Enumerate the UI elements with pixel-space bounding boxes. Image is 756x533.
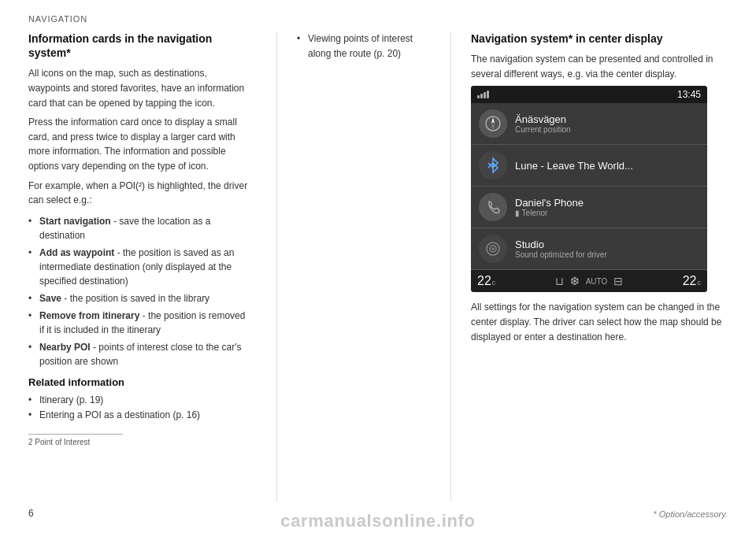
- bullet-bold: Remove from itinerary: [39, 310, 139, 321]
- temp-right-number: 22: [683, 274, 697, 288]
- item-1-title: Änäsvägen: [515, 113, 699, 125]
- phone-icon: [479, 193, 507, 221]
- related-item: Entering a POI as a destination (p. 16): [28, 408, 249, 423]
- defrost-icon: ⊟: [613, 275, 623, 287]
- item-3-text: Daniel's Phone ▮ Telenor: [515, 197, 699, 217]
- item-2-title: Lune - Leave The World...: [515, 160, 699, 172]
- display-header: 13:45: [471, 86, 707, 103]
- left-para1: All icons on the map, such as destinatio…: [28, 66, 249, 110]
- signal-bar-3: [484, 92, 486, 98]
- bullet-text: - the position is saved in the library: [61, 293, 209, 304]
- compass-icon: [479, 109, 507, 138]
- signal-bar-4: [487, 91, 489, 98]
- time-display: 13:45: [677, 89, 701, 100]
- signal-bar-2: [480, 94, 483, 98]
- list-item: Nearby POI - points of interest close to…: [28, 340, 249, 368]
- ac-icon: AUTO: [586, 277, 608, 286]
- item-4-title: Studio: [515, 239, 699, 250]
- list-item: Save - the position is saved in the libr…: [28, 291, 249, 305]
- item-2-text: Lune - Leave The World...: [515, 160, 699, 172]
- display-footer: 22 c ⊔ ❆ AUTO ⊟ 22 c: [471, 270, 707, 292]
- right-para1: The navigation system can be presented a…: [471, 52, 728, 81]
- fan-icon: ❆: [570, 275, 580, 287]
- right-column: Navigation system* in center display The…: [471, 31, 728, 502]
- footnote-number: 2: [28, 438, 33, 446]
- list-item: Start navigation - save the location as …: [28, 214, 249, 242]
- feature-list: Start navigation - save the location as …: [28, 214, 249, 368]
- item-3-subtitle: ▮ Telenor: [515, 209, 699, 217]
- temp-left-number: 22: [477, 274, 491, 288]
- bluetooth-icon: [479, 151, 507, 180]
- bullet-bold: Save: [39, 293, 61, 304]
- item-4-text: Studio Sound optimized for driver: [515, 239, 699, 259]
- related-item: Itinerary (p. 19): [28, 393, 249, 408]
- signal-bar-1: [477, 95, 480, 98]
- svg-marker-1: [491, 117, 495, 124]
- page-header: NAVIGATION: [28, 14, 87, 24]
- temp-right: 22 c: [683, 274, 701, 288]
- column-divider: [276, 31, 277, 502]
- bullet-bold: Start navigation: [39, 216, 111, 227]
- seat-icon: ⊔: [555, 275, 564, 287]
- temp-right-unit: c: [698, 279, 702, 287]
- middle-column: Viewing points of interest along the rou…: [297, 31, 431, 502]
- item-1-subtitle: Current position: [515, 125, 699, 134]
- temp-left: 22 c: [477, 274, 495, 288]
- footnote-label: Point of Interest: [35, 438, 90, 446]
- item-4-subtitle: Sound optimized for driver: [515, 250, 699, 259]
- speaker-icon: [479, 235, 507, 263]
- bullet-bold: Add as waypoint: [39, 247, 114, 258]
- item-3-title: Daniel's Phone: [515, 197, 699, 209]
- watermark: carmanualsonline.info: [0, 511, 756, 531]
- nav-display: 13:45 Änäsvägen Current position: [471, 86, 707, 292]
- display-item-2: Lune - Leave The World...: [471, 145, 707, 187]
- related-info-title: Related information: [28, 376, 249, 388]
- display-item-4: Studio Sound optimized for driver: [471, 228, 707, 270]
- svg-marker-2: [491, 124, 495, 130]
- display-item-3: Daniel's Phone ▮ Telenor: [471, 187, 707, 228]
- left-column: Information cards in the navigation syst…: [28, 31, 257, 502]
- left-para2: Press the information card once to displ…: [28, 115, 249, 173]
- svg-point-7: [492, 248, 495, 250]
- display-item-1: Änäsvägen Current position: [471, 103, 707, 145]
- item-1-text: Änäsvägen Current position: [515, 113, 699, 134]
- bullet-bold: Nearby POI: [39, 342, 91, 353]
- middle-bullet-item: Viewing points of interest along the rou…: [297, 31, 431, 61]
- column-divider-2: [450, 31, 451, 502]
- right-para2: All settings for the navigation system c…: [471, 300, 728, 344]
- footnote-divider: [28, 434, 123, 435]
- footnote: 2 Point of Interest: [28, 438, 249, 446]
- left-section-title: Information cards in the navigation syst…: [28, 31, 249, 60]
- right-section-title: Navigation system* in center display: [471, 31, 728, 46]
- list-item: Remove from itinerary - the position is …: [28, 309, 249, 337]
- signal-bars: [477, 91, 489, 98]
- related-list: Itinerary (p. 19) Entering a POI as a de…: [28, 393, 249, 423]
- temp-left-unit: c: [492, 279, 496, 287]
- left-para3: For example, when a POI(²) is highlighte…: [28, 179, 249, 208]
- footer-icons: ⊔ ❆ AUTO ⊟: [502, 275, 676, 287]
- list-item: Add as waypoint - the position is saved …: [28, 246, 249, 288]
